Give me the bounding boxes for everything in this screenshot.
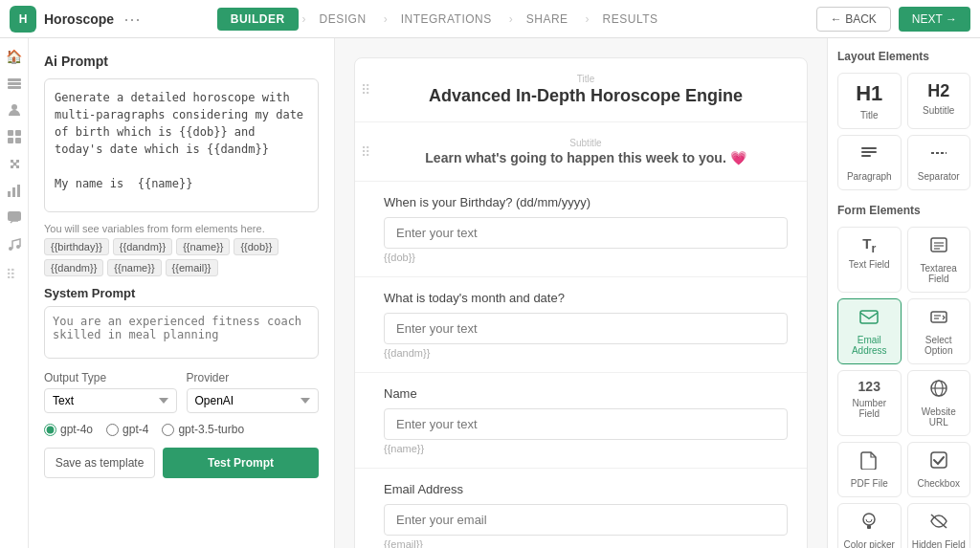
field-date-input[interactable] [384,313,788,344]
form-website-url-card[interactable]: Website URL [907,370,971,436]
var-dandm1[interactable]: {{dandm}} [113,238,172,255]
field-email-var: {{email}} [384,538,788,548]
field-birthday-input[interactable] [384,217,788,249]
layout-elements-grid: H1 Title H2 Subtitle Paragraph Separator [837,73,970,190]
ai-panel: Ai Prompt Generate a detailed horoscope … [29,38,335,548]
layout-subtitle-card[interactable]: H2 Subtitle [907,73,971,129]
nav-design-button[interactable]: DESIGN [306,8,380,31]
model-gpt4o[interactable]: gpt-4o [44,423,93,436]
system-prompt-input[interactable] [44,306,319,359]
var-email[interactable]: {{email}} [166,259,218,276]
sidebar-grid-icon[interactable] [4,126,25,147]
svg-rect-9 [12,187,15,197]
output-type-label: Output Type [44,371,177,384]
field-date: ⠿ What is today's month and date? {{dand… [355,277,807,373]
output-type-select[interactable]: Text [44,388,177,413]
back-button[interactable]: ← BACK [816,7,891,32]
layout-elements-title: Layout Elements [837,50,970,63]
field-email-input[interactable] [384,504,788,536]
sidebar-user-icon[interactable] [4,99,25,121]
nav-step-builder: BUILDER › [217,8,306,31]
field-date-var: {{dandm}} [384,347,788,359]
form-select-label: Select Option [912,335,967,356]
sidebar-music-icon[interactable] [4,233,25,254]
save-template-button[interactable]: Save as template [44,448,155,478]
svg-point-30 [863,514,875,525]
number-field-icon: 123 [858,379,880,394]
var-dob[interactable]: {{dob}} [234,238,278,255]
svg-rect-1 [8,82,21,85]
nav-integrations-button[interactable]: INTEGRATIONS [388,8,505,31]
field-email: ⠿ Email Address {{email}} [355,469,807,548]
form-color-picker-card[interactable]: Color picker [837,503,902,548]
form-number-field-card[interactable]: 123 Number Field [837,370,902,436]
nav-results-button[interactable]: RESULTS [590,8,672,31]
output-type-field: Output Type Text [44,371,177,413]
field-name-input[interactable] [384,408,788,440]
form-elements-title: Form Elements [837,204,970,217]
sidebar-puzzle-icon[interactable] [4,153,25,174]
form-select-option-card[interactable]: Select Option [907,298,971,364]
svg-rect-11 [8,211,21,221]
output-provider-row: Output Type Text Provider OpenAI [44,371,319,413]
form-hidden-label: Hidden Field [912,539,966,548]
form-color-label: Color picker [844,539,895,548]
sidebar-message-icon[interactable] [4,207,25,228]
right-panel: Layout Elements H1 Title H2 Subtitle Par… [827,38,980,548]
sidebar-home-icon[interactable]: 🏠 [4,46,25,67]
svg-rect-6 [8,138,13,143]
var-birthday[interactable]: {{birthday}} [44,238,109,255]
more-options-button[interactable]: ⋯ [123,9,141,30]
form-text-field-card[interactable]: Tr Text Field [837,227,902,293]
form-checkbox-card[interactable]: Checkbox [907,442,971,497]
variables-list: {{birthday}} {{dandm}} {{name}} {{dob}} … [44,238,319,276]
form-title: Advanced In-Depth Horoscope Engine [384,86,788,106]
var-name2[interactable]: {{name}} [107,259,161,276]
textarea-field-icon [929,235,948,259]
action-buttons: Save as template Test Prompt [44,448,319,478]
form-pdf-file-card[interactable]: PDF File [837,442,902,497]
layout-separator-card[interactable]: Separator [907,135,971,190]
topbar-actions: ← BACK NEXT → [816,7,970,32]
field-name: ⠿ Name {{name}} [355,373,807,469]
drag-handle-subtitle[interactable]: ⠿ [361,144,370,160]
form-subtitle: Learn what's going to happen this week t… [384,150,788,165]
svg-rect-4 [8,130,13,136]
test-prompt-button[interactable]: Test Prompt [163,448,319,478]
nav-builder-button[interactable]: BUILDER [217,8,299,31]
main-content: 🏠 Ai Prompt Generate a detailed horoscop… [0,38,980,548]
model-gpt4[interactable]: gpt-4 [106,423,148,436]
color-picker-icon [859,512,879,536]
subtitle-section: ⠿ Subtitle Learn what's going to happen … [355,122,807,182]
svg-rect-2 [8,86,21,89]
form-checkbox-label: Checkbox [918,478,960,489]
system-prompt-title: System Prompt [44,286,319,300]
field-name-question: Name [384,386,788,401]
svg-rect-8 [8,191,11,197]
top-nav: BUILDER › DESIGN › INTEGRATIONS › SHARE … [217,8,672,31]
form-text-field-label: Text Field [849,259,890,270]
sidebar-chart-icon[interactable] [4,180,25,201]
var-dandm2[interactable]: {{dandm}} [44,259,103,276]
layout-title-label: Title [860,110,879,121]
model-radio-group: gpt-4o gpt-4 gpt-3.5-turbo [44,423,319,436]
provider-select[interactable]: OpenAI [187,388,320,413]
layout-title-card[interactable]: H1 Title [837,73,902,129]
center-preview: ⠿ Title Advanced In-Depth Horoscope Engi… [335,38,827,548]
layout-separator-label: Separator [918,171,960,182]
sidebar-layers-icon[interactable] [4,73,25,94]
nav-share-button[interactable]: SHARE [513,8,582,31]
svg-rect-15 [861,151,877,153]
form-email-card[interactable]: Email Address [837,298,902,364]
drag-handle-title[interactable]: ⠿ [361,82,370,98]
provider-label: Provider [187,371,320,384]
ai-prompt-input[interactable]: Generate a detailed horoscope with multi… [44,78,319,212]
form-hidden-field-card[interactable]: Hidden Field [907,503,971,548]
svg-rect-7 [15,138,21,143]
var-name1[interactable]: {{name}} [176,238,230,255]
model-gpt35[interactable]: gpt-3.5-turbo [162,423,244,436]
form-email-label: Email Address [842,335,897,356]
layout-paragraph-card[interactable]: Paragraph [837,135,902,190]
next-button[interactable]: NEXT → [899,7,970,32]
form-textarea-field-card[interactable]: Textarea Field [907,227,971,293]
